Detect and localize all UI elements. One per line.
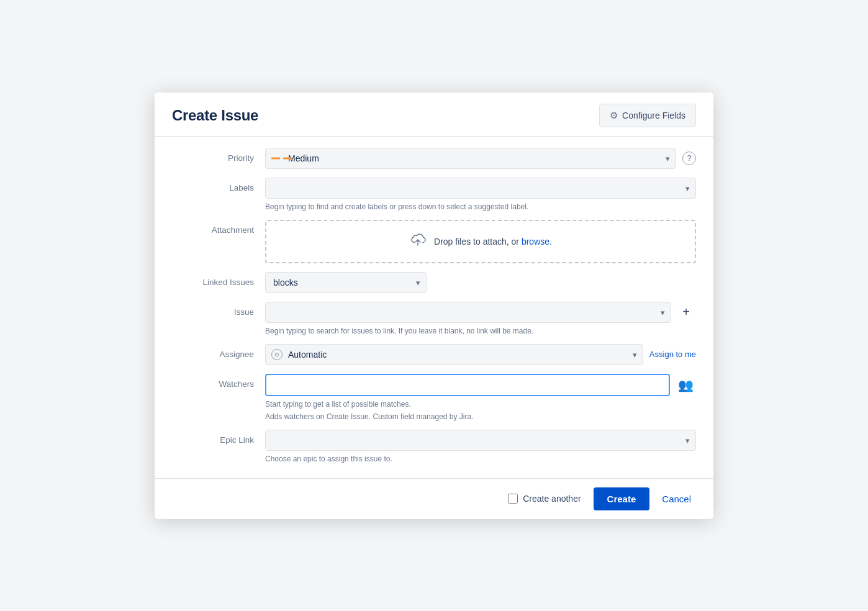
watchers-hint2: Adds watchers on Create Issue. Custom fi… xyxy=(265,412,696,421)
dialog-body: Priority Highest High Medium Low L xyxy=(155,137,713,478)
issue-label: Issue xyxy=(172,302,265,317)
priority-select[interactable]: Highest High Medium Low Lowest xyxy=(265,148,676,169)
priority-label: Priority xyxy=(172,148,265,163)
epic-link-select-wrapper: ▾ xyxy=(265,430,696,451)
issue-field-row: ▾ + xyxy=(265,302,696,323)
issue-row: Issue ▾ + Begin typing to search for iss… xyxy=(172,302,696,335)
watchers-hint1: Start typing to get a list of possible m… xyxy=(265,400,696,409)
labels-hint: Begin typing to find and create labels o… xyxy=(265,202,696,211)
watchers-group-icon-button[interactable]: 👥 xyxy=(675,374,696,396)
dialog-title: Create Issue xyxy=(172,107,258,124)
assignee-select[interactable]: Automatic xyxy=(265,344,643,365)
create-another-row: Create another xyxy=(508,494,581,504)
attachment-browse-link[interactable]: browse. xyxy=(522,237,552,247)
watchers-label: Watchers xyxy=(172,374,265,389)
upload-icon xyxy=(409,232,427,251)
labels-select[interactable] xyxy=(265,178,696,199)
watchers-group-icon: 👥 xyxy=(678,378,694,392)
linked-issues-select-wrapper: blocks is blocked by clones is cloned by… xyxy=(265,272,427,293)
assignee-label: Assignee xyxy=(172,344,265,359)
epic-link-hint: Choose an epic to assign this issue to. xyxy=(265,455,696,463)
assign-to-me-link[interactable]: Assign to me xyxy=(649,350,696,359)
watchers-field: 👥 Start typing to get a list of possible… xyxy=(265,374,696,421)
issue-select-wrapper: ▾ xyxy=(265,302,671,323)
attachment-label: Attachment xyxy=(172,220,265,235)
create-button[interactable]: Create xyxy=(594,487,650,510)
attachment-field: Drop files to attach, or browse. xyxy=(265,220,696,263)
watchers-input[interactable] xyxy=(265,374,670,396)
add-issue-button[interactable]: + xyxy=(676,302,696,322)
configure-fields-button[interactable]: ⚙ Configure Fields xyxy=(599,104,696,127)
priority-row: Priority Highest High Medium Low L xyxy=(172,148,696,169)
epic-link-field: ▾ Choose an epic to assign this issue to… xyxy=(265,430,696,463)
issue-field: ▾ + Begin typing to search for issues to… xyxy=(265,302,696,335)
priority-field: Highest High Medium Low Lowest ▾ ? xyxy=(265,148,696,169)
assignee-select-wrapper: ⊙ Automatic ▾ xyxy=(265,344,643,365)
assignee-field-row: ⊙ Automatic ▾ Assign to me xyxy=(265,344,696,365)
create-another-label[interactable]: Create another xyxy=(523,494,581,504)
priority-field-row: Highest High Medium Low Lowest ▾ ? xyxy=(265,148,696,169)
priority-select-wrapper: Highest High Medium Low Lowest ▾ xyxy=(265,148,676,169)
watchers-field-row: 👥 xyxy=(265,374,696,396)
assignee-field: ⊙ Automatic ▾ Assign to me xyxy=(265,344,696,365)
linked-issues-row: Linked Issues blocks is blocked by clone… xyxy=(172,272,696,293)
attachment-drop-text: Drop files to attach, or browse. xyxy=(434,237,552,247)
linked-issues-select[interactable]: blocks is blocked by clones is cloned by… xyxy=(265,272,427,293)
cancel-button[interactable]: Cancel xyxy=(657,487,696,510)
assignee-row: Assignee ⊙ Automatic ▾ Assign to me xyxy=(172,344,696,365)
labels-row: Labels ▾ Begin typing to find and create… xyxy=(172,178,696,211)
attachment-drop-zone[interactable]: Drop files to attach, or browse. xyxy=(265,220,696,263)
configure-fields-label: Configure Fields xyxy=(622,111,685,120)
issue-select[interactable] xyxy=(265,302,671,323)
create-issue-dialog: Create Issue ⚙ Configure Fields Priority xyxy=(155,93,713,519)
create-another-checkbox[interactable] xyxy=(508,494,518,504)
gear-icon: ⚙ xyxy=(610,110,618,121)
attachment-row: Attachment Drop files to attach, or brow… xyxy=(172,220,696,263)
epic-link-select[interactable] xyxy=(265,430,696,451)
dialog-header: Create Issue ⚙ Configure Fields xyxy=(155,93,713,137)
labels-field: ▾ Begin typing to find and create labels… xyxy=(265,178,696,211)
linked-issues-field: blocks is blocked by clones is cloned by… xyxy=(265,272,696,293)
labels-select-wrapper: ▾ xyxy=(265,178,696,199)
priority-help-icon[interactable]: ? xyxy=(682,152,696,165)
watchers-row: Watchers 👥 Start typing to get a list of… xyxy=(172,374,696,421)
linked-issues-label: Linked Issues xyxy=(172,272,265,287)
epic-link-row: Epic Link ▾ Choose an epic to assign thi… xyxy=(172,430,696,463)
labels-label: Labels xyxy=(172,178,265,192)
epic-link-label: Epic Link xyxy=(172,430,265,445)
dialog-footer: Create another Create Cancel xyxy=(155,478,713,519)
issue-hint: Begin typing to search for issues to lin… xyxy=(265,327,696,335)
